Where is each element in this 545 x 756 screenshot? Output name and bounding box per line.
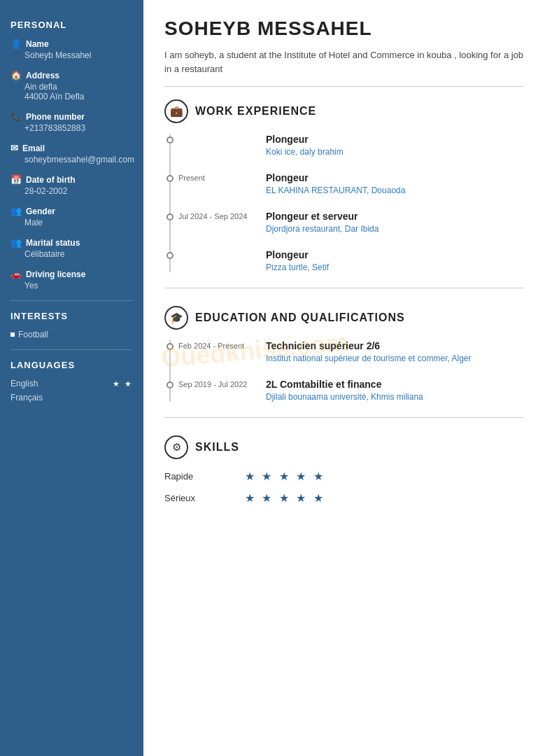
address-line2: 44000 Aïn Defla [10,92,133,102]
skill-stars-serieux: ★ ★ ★ ★ ★ [245,491,325,505]
work-timeline: Plongeur Koki ice, daly brahim Present P… [164,134,524,272]
sidebar-item-driving: 🚗 Driving license Yes [10,269,133,290]
work-company-3: Djordjora restaurant, Dar Ibida [266,224,524,234]
edu-divider [164,417,524,418]
edu-item-2: Sep 2019 - Jul 2022 2L Comtabiltie et fi… [178,379,524,402]
work-role-2: Plongeur [266,172,524,183]
main-content: SOHEYB MESSAHEL I am soheyb, a student a… [143,0,545,756]
edu-date-2: Sep 2019 - Jul 2022 [178,379,255,402]
work-icon-circle: 💼 [164,99,188,123]
edu-company-2: Djilali bounaama université, Khmis milia… [266,392,524,402]
skills-list: Rapide ★ ★ ★ ★ ★ Sérieux ★ ★ ★ ★ ★ [164,470,524,505]
email-icon: ✉ [10,143,18,153]
work-date-4 [178,249,255,272]
skill-name-serieux: Sérieux [164,493,234,503]
phone-icon: 📞 [10,111,22,122]
work-company-1: Koki ice, daly brahim [266,147,524,157]
resume-name: SOHEYB MESSAHEL [164,18,524,40]
edu-role-1: Technicien supérieur 2/6 [266,340,524,351]
education-icon-circle: 🎓 [164,306,188,330]
graduation-icon: 🎓 [170,312,183,324]
email-value: soheybmessahel@gmail.com [10,155,133,164]
skill-serieux: Sérieux ★ ★ ★ ★ ★ [164,491,524,505]
work-date-3: Jul 2024 - Sep 2024 [178,211,255,234]
timeline-dot-4 [167,252,174,259]
work-date-2: Present [178,172,255,195]
gear-icon: ⚙ [172,441,181,454]
timeline-dot-2 [167,175,174,182]
sidebar: PERSONAL 👤 Name Soheyb Messahel 🏠 Addres… [0,0,143,756]
language-english: English ★ ★ [10,379,133,388]
work-role-3: Plongeur et serveur [266,211,524,222]
edu-dot-2 [167,382,174,388]
name-value: Soheyb Messahel [10,50,133,60]
work-company-2: EL KAHINA RESTAURANT, Douaoda [266,186,524,195]
skills-icon-circle: ⚙ [164,435,188,459]
gender-value: Male [10,218,133,227]
resume-summary: I am soheyb, a student at the Institute … [164,48,524,87]
briefcase-icon: 💼 [170,105,183,118]
sidebar-divider-1 [10,300,133,301]
work-content-3: Plongeur et serveur Djordjora restaurant… [266,211,524,234]
skills-section-title: SKILLS [195,441,239,454]
education-section-title: EDUCATION AND QUALIFICATIONS [195,312,405,324]
work-item-1: Plongeur Koki ice, daly brahim [178,134,524,157]
marital-value: Célibataire [10,249,133,259]
interest-football: Football [10,330,133,340]
skills-header: ⚙ SKILLS [164,435,524,459]
gender-icon: 👥 [10,206,22,216]
work-content-2: Plongeur EL KAHINA RESTAURANT, Douaoda [266,172,524,195]
work-section-title: WORK EXPERIENCE [195,105,316,118]
edu-date-1: Feb 2024 - Present [178,340,255,363]
work-content-4: Plongeur Pizza turtle, Setif [266,249,524,272]
edu-company-1: Institut national supérieur de tourisme … [266,354,524,363]
work-item-2: Present Plongeur EL KAHINA RESTAURANT, D… [178,172,524,195]
person-icon: 👤 [10,38,22,49]
interests-section-title: INTERESTS [10,311,133,321]
car-icon: 🚗 [10,269,22,279]
dob-value: 28-02-2002 [10,186,133,196]
work-company-4: Pizza turtle, Setif [266,262,524,272]
education-timeline: Feb 2024 - Present Technicien supérieur … [164,340,524,402]
sidebar-item-dob: 📅 Date of birth 28-02-2002 [10,174,133,196]
address-line1: Ain defla [10,82,133,92]
work-role-4: Plongeur [266,249,524,260]
skill-stars-rapide: ★ ★ ★ ★ ★ [245,470,325,483]
sidebar-item-gender: 👥 Gender Male [10,206,133,227]
driving-value: Yes [10,281,133,290]
phone-value: +213783852883 [10,123,133,133]
language-francais: Français [10,393,133,402]
sidebar-item-name: 👤 Name Soheyb Messahel [10,38,133,60]
work-date-1 [178,134,255,157]
edu-content-2: 2L Comtabiltie et finance Djilali bounaa… [266,379,524,402]
edu-content-1: Technicien supérieur 2/6 Institut nation… [266,340,524,363]
sidebar-item-address: 🏠 Address Ain defla 44000 Aïn Defla [10,70,133,102]
sidebar-divider-2 [10,349,133,350]
work-experience-section: 💼 WORK EXPERIENCE Plongeur Koki ice, dal… [164,99,524,288]
work-divider [164,288,524,288]
home-icon: 🏠 [10,70,22,80]
edu-role-2: 2L Comtabiltie et finance [266,379,524,390]
marital-icon: 👥 [10,237,22,248]
bullet-icon [10,332,15,337]
edu-item-1: Feb 2024 - Present Technicien supérieur … [178,340,524,363]
skill-rapide: Rapide ★ ★ ★ ★ ★ [164,470,524,483]
sidebar-item-marital: 👥 Marital status Célibataire [10,237,133,259]
skills-section: ⚙ SKILLS Rapide ★ ★ ★ ★ ★ Sérieux ★ ★ ★ … [164,435,524,505]
personal-section-title: PERSONAL [10,20,133,30]
timeline-dot-1 [167,136,174,144]
education-section: 🎓 EDUCATION AND QUALIFICATIONS Feb 2024 … [164,306,524,418]
edu-dot-1 [167,343,174,350]
sidebar-item-phone: 📞 Phone number +213783852883 [10,111,133,133]
work-role-1: Plongeur [266,134,524,145]
work-item-3: Jul 2024 - Sep 2024 Plongeur et serveur … [178,211,524,234]
sidebar-item-email: ✉ Email soheybmessahel@gmail.com [10,143,133,164]
languages-section-title: LANGUAGES [10,360,133,370]
work-content-1: Plongeur Koki ice, daly brahim [266,134,524,157]
work-item-4: Plongeur Pizza turtle, Setif [178,249,524,272]
calendar-icon: 📅 [10,174,22,185]
timeline-dot-3 [167,214,174,220]
skill-name-rapide: Rapide [164,471,234,482]
work-experience-header: 💼 WORK EXPERIENCE [164,99,524,123]
education-header: 🎓 EDUCATION AND QUALIFICATIONS [164,306,524,330]
